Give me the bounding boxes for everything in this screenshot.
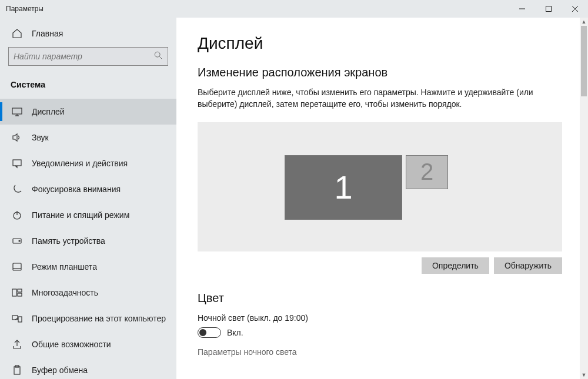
window-controls [509,0,588,18]
scrollbar-thumb[interactable] [581,26,587,96]
home-label: Главная [32,29,63,38]
toggle-knob [199,329,206,336]
sidebar-item-focus[interactable]: Фокусировка внимания [0,176,176,202]
svg-rect-9 [13,160,21,166]
svg-point-13 [19,240,20,242]
night-light-toggle-row: Вкл. [198,327,567,338]
night-light-toggle[interactable] [198,327,221,338]
sidebar-item-clipboard[interactable]: Буфер обмена [0,357,176,379]
search-icon [153,51,163,62]
color-section-title: Цвет [198,291,567,305]
svg-rect-14 [13,263,21,270]
project-icon [11,313,24,324]
sidebar-item-label: Уведомления и действия [32,159,128,168]
home-button[interactable]: Главная [0,22,176,45]
sidebar-nav: ДисплейЗвукУведомления и действияФокусир… [0,99,176,379]
night-light-settings-link[interactable]: Параметры ночного света [198,347,567,357]
sidebar-item-label: Многозадачность [32,288,98,297]
identify-button[interactable]: Определить [422,257,489,274]
svg-rect-20 [18,317,22,322]
sidebar-item-display[interactable]: Дисплей [0,99,176,125]
display-arrangement-area: 1 2 [198,122,562,251]
monitor-1-label: 1 [334,168,352,206]
sidebar-item-label: Фокусировка внимания [32,185,121,194]
focus-icon [11,184,24,194]
clipboard-icon [11,365,24,375]
page-title: Дисплей [198,34,567,53]
sidebar-item-multitask[interactable]: Многозадачность [0,280,176,306]
main-content: Дисплей Изменение расположения экранов В… [176,18,588,379]
shared-icon [11,339,24,350]
sidebar-item-label: Проецирование на этот компьютер [32,314,166,323]
display-icon [11,106,24,117]
search-box[interactable] [8,47,168,66]
sidebar-item-label: Звук [32,133,49,142]
titlebar: Параметры [0,0,588,18]
sidebar-item-power[interactable]: Питание и спящий режим [0,202,176,228]
scroll-up-arrow[interactable]: ▲ [580,18,588,26]
scroll-down-arrow[interactable]: ▼ [580,371,588,379]
sidebar-item-notifications[interactable]: Уведомления и действия [0,150,176,176]
power-icon [11,210,24,220]
sidebar-item-label: Дисплей [32,107,65,116]
svg-line-5 [159,56,162,59]
monitor-2-label: 2 [420,159,433,185]
detect-button[interactable]: Обнаружить [494,257,562,274]
arrangement-buttons: Определить Обнаружить [198,257,562,274]
sidebar-item-storage[interactable]: Память устройства [0,228,176,254]
sidebar-category: Система [0,72,176,93]
tablet-icon [11,261,24,272]
sidebar-item-shared[interactable]: Общие возможности [0,331,176,357]
arrangement-title: Изменение расположения экранов [198,66,567,79]
sidebar-item-label: Режим планшета [32,262,97,271]
sidebar-item-label: Буфер обмена [32,365,88,375]
svg-rect-21 [14,367,20,374]
search-input[interactable] [14,52,153,61]
svg-rect-6 [12,108,22,114]
arrangement-description: Выберите дисплей ниже, чтобы изменить ег… [198,86,562,110]
sidebar-item-sound[interactable]: Звук [0,125,176,150]
sound-icon [11,132,24,143]
svg-rect-18 [18,293,22,296]
close-button[interactable] [562,0,588,18]
search-container [0,45,176,72]
storage-icon [11,236,24,246]
sidebar: Главная Система ДисплейЗвукУведомления и… [0,18,176,379]
vertical-scrollbar[interactable]: ▲ ▼ [580,18,588,379]
svg-rect-1 [546,6,551,12]
minimize-button[interactable] [509,0,535,18]
sidebar-item-label: Питание и спящий режим [32,210,129,220]
svg-rect-16 [12,289,16,296]
night-light-label: Ночной свет (выкл. до 19:00) [198,313,567,323]
toggle-state-text: Вкл. [227,328,243,337]
notifications-icon [11,158,24,169]
window-title: Параметры [6,5,509,13]
sidebar-item-label: Общие возможности [32,340,111,349]
home-icon [11,28,24,39]
svg-rect-17 [18,289,22,292]
sidebar-item-tablet[interactable]: Режим планшета [0,254,176,280]
svg-point-4 [155,52,160,57]
sidebar-item-label: Память устройства [32,236,105,246]
multitask-icon [11,287,24,298]
monitor-1[interactable]: 1 [285,155,402,220]
sidebar-item-project[interactable]: Проецирование на этот компьютер [0,306,176,331]
monitor-2[interactable]: 2 [406,155,448,189]
maximize-button[interactable] [535,0,562,18]
